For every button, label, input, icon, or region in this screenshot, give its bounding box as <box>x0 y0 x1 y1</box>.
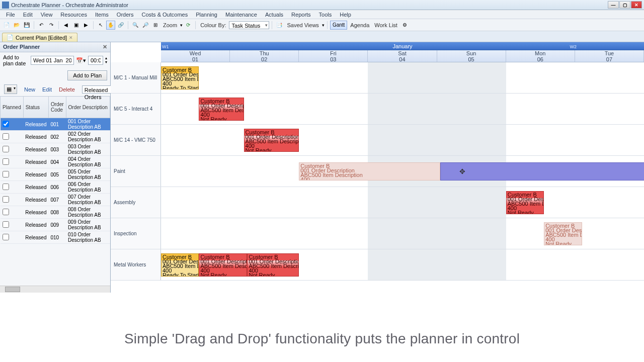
gantt-task[interactable]: Customer B001 Order DescriptionABC500 It… <box>199 98 244 121</box>
gantt-task[interactable]: Customer B001 Order DescriptionABC500 It… <box>199 253 247 277</box>
undo-icon[interactable]: ↶ <box>37 21 46 30</box>
menu-planning[interactable]: Planning <box>192 11 221 19</box>
col-code[interactable]: Order Code <box>48 97 66 118</box>
panel-close-icon[interactable]: ✕ <box>103 44 107 50</box>
menu-orders[interactable]: Orders <box>113 11 138 19</box>
config-icon[interactable]: ⚙ <box>400 21 410 30</box>
table-row[interactable]: Released 003 003 Order Description AB <box>1 143 110 156</box>
gantt-task[interactable]: Customer B001 Order DescriptionABC500 It… <box>247 253 299 277</box>
calendar-icon[interactable]: 📅▾ <box>76 57 86 64</box>
menu-costs[interactable]: Costs & Outcomes <box>137 11 192 19</box>
row-checkbox[interactable] <box>3 171 9 177</box>
week2-label: W2 <box>570 43 577 51</box>
tab-current-plan[interactable]: 📄 Current Plan [Edited] ✕ <box>2 33 77 42</box>
table-row[interactable]: Released 001 001 Order Description AB <box>1 118 110 131</box>
zoom-fit-icon[interactable]: ⊞ <box>151 21 160 30</box>
today-icon[interactable]: ▣ <box>71 21 80 30</box>
prev-icon[interactable]: ◀ <box>61 21 70 30</box>
minimize-button[interactable]: — <box>608 1 619 9</box>
savedviews-icon[interactable]: 📑 <box>275 21 284 30</box>
panel-title: Order Planner <box>3 44 40 50</box>
col-status[interactable]: Status <box>23 97 48 118</box>
col-planned[interactable]: Planned <box>1 97 24 118</box>
view-worklist[interactable]: Work List <box>372 22 399 28</box>
row-desc: 006 Order Description AB <box>66 181 110 194</box>
redo-icon[interactable]: ↷ <box>47 21 56 30</box>
delete-link[interactable]: Delete <box>59 86 75 93</box>
zoom-in-icon[interactable]: 🔍 <box>131 21 140 30</box>
row-code: 009 <box>48 219 66 231</box>
row-checkbox[interactable] <box>3 158 9 165</box>
table-row[interactable]: Released 008 008 Order Description AB <box>1 206 110 219</box>
gantt-task[interactable]: Customer B001 Order DescriptionABC500 It… <box>161 66 199 89</box>
table-row[interactable]: Released 004 004 Order Description AB <box>1 156 110 168</box>
menu-items[interactable]: Items <box>91 11 113 19</box>
row-checkbox[interactable] <box>3 146 9 152</box>
menu-tools[interactable]: Tools <box>315 11 336 19</box>
table-row[interactable]: Released 010 010 Order Description AB <box>1 231 110 244</box>
next-icon[interactable]: ▶ <box>82 21 91 30</box>
resource-label: Paint <box>111 156 161 187</box>
table-row[interactable]: Released 006 006 Order Description AB <box>1 181 110 194</box>
table-row[interactable]: Released 002 002 Order Description AB <box>1 131 110 143</box>
row-checkbox[interactable] <box>3 133 9 140</box>
orders-grid[interactable]: Planned Status Order Code Order Descript… <box>0 96 110 286</box>
hand-icon[interactable]: ✋ <box>106 21 115 30</box>
gantt-task[interactable]: Customer B001 Order DescriptionABC500 It… <box>506 191 544 214</box>
save-icon[interactable]: 💾 <box>22 21 31 30</box>
gantt-task[interactable]: Customer B001 Order DescriptionABC500 It… <box>244 129 299 152</box>
tab-close-icon[interactable]: ✕ <box>69 35 73 40</box>
gantt-task[interactable]: Customer B001 Order DescriptionABC500 It… <box>299 162 440 180</box>
new-link[interactable]: New <box>24 86 35 93</box>
add-date-label: Add to plan date <box>3 54 29 66</box>
cursor-icon[interactable]: ↖ <box>96 21 105 30</box>
menu-view[interactable]: View <box>37 11 57 19</box>
resource-label: Assembly <box>111 187 161 218</box>
menu-edit[interactable]: Edit <box>19 11 37 19</box>
menu-resources[interactable]: Resources <box>56 11 91 19</box>
maximize-button[interactable]: ▢ <box>619 1 630 9</box>
grid-menu-icon[interactable]: ▦▾ <box>4 84 17 94</box>
edit-link[interactable]: Edit <box>42 86 52 93</box>
menu-file[interactable]: File <box>2 11 19 19</box>
add-to-plan-button[interactable]: Add to Plan <box>67 70 107 80</box>
open-icon[interactable]: 📂 <box>12 21 21 30</box>
row-checkbox[interactable] <box>3 234 9 240</box>
panel-h-scrollbar[interactable] <box>0 286 110 293</box>
time-spinner-icon[interactable]: ▴▾ <box>105 56 107 64</box>
resource-label: M/C 14 - VMC 750 <box>111 125 161 155</box>
row-checkbox[interactable] <box>3 196 9 203</box>
resource-label: Inspection <box>111 218 161 249</box>
new-doc-icon[interactable]: 📄 <box>2 21 11 30</box>
zoom-out-icon[interactable]: 🔎 <box>141 21 150 30</box>
link-icon[interactable]: 🔗 <box>116 21 125 30</box>
gantt-task[interactable]: Customer B001 Order DescriptionABC500 It… <box>161 253 199 277</box>
plan-time-input[interactable] <box>88 56 103 65</box>
row-checkbox[interactable] <box>3 184 9 190</box>
row-desc: 009 Order Description AB <box>66 219 110 231</box>
row-status: Released <box>23 194 48 206</box>
row-checkbox[interactable] <box>3 209 9 215</box>
gantt-task[interactable] <box>440 162 644 180</box>
view-gantt[interactable]: Gantt <box>330 21 347 30</box>
table-row[interactable]: Released 009 009 Order Description AB <box>1 219 110 231</box>
close-button[interactable]: ✕ <box>631 1 642 9</box>
table-row[interactable]: Released 007 007 Order Description AB <box>1 194 110 206</box>
view-agenda[interactable]: Agenda <box>348 22 371 28</box>
gantt-chart[interactable]: W1 January W2 Wed01Thu02Fri03Sat04Sun05M… <box>111 42 644 293</box>
refresh-icon[interactable]: ⟳ <box>184 21 193 30</box>
gantt-task[interactable]: Customer B001 Order DescriptionABC500 It… <box>544 222 582 245</box>
day-header: Tue07 <box>575 50 644 62</box>
plan-date-input[interactable] <box>31 56 74 65</box>
menu-maintenance[interactable]: Maintenance <box>221 11 261 19</box>
menu-help[interactable]: Help <box>336 11 355 19</box>
row-checkbox[interactable] <box>3 221 9 228</box>
table-row[interactable]: Released 005 005 Order Description AB <box>1 168 110 181</box>
menu-reports[interactable]: Reports <box>287 11 315 19</box>
row-code: 005 <box>48 168 66 181</box>
row-code: 007 <box>48 194 66 206</box>
row-desc: 004 Order Description AB <box>66 156 110 168</box>
menu-actuals[interactable]: Actuals <box>261 11 287 19</box>
colourby-combo[interactable]: Task Status <box>229 21 269 29</box>
row-checkbox[interactable] <box>3 121 9 127</box>
